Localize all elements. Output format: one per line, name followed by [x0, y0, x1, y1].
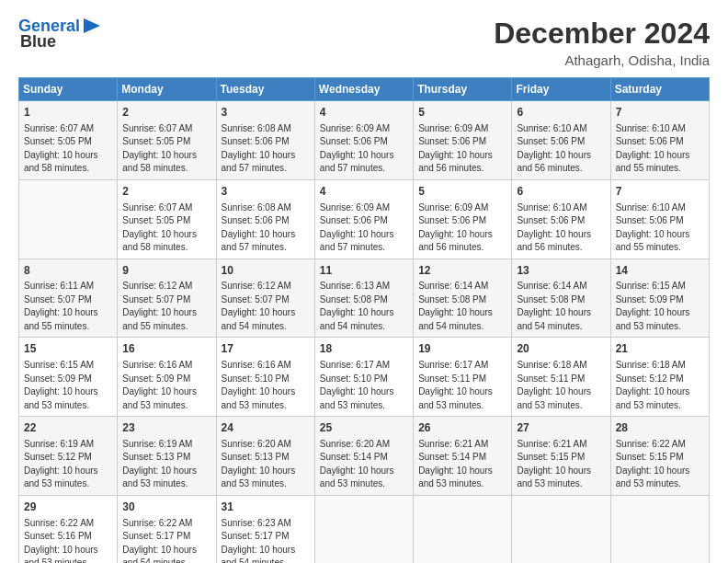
day-info: Sunrise: 6:21 AMSunset: 5:15 PMDaylight:…: [517, 438, 605, 491]
day-number: 17: [222, 341, 310, 357]
calendar-cell: 6Sunrise: 6:10 AMSunset: 5:06 PMDaylight…: [512, 101, 610, 180]
col-monday: Monday: [118, 78, 216, 101]
calendar-cell: 15Sunrise: 6:15 AMSunset: 5:09 PMDayligh…: [19, 338, 118, 417]
calendar-cell: 2Sunrise: 6:07 AMSunset: 5:05 PMDaylight…: [118, 101, 216, 180]
calendar-cell: 6Sunrise: 6:10 AMSunset: 5:06 PMDaylight…: [512, 179, 610, 259]
calendar-cell: 23Sunrise: 6:19 AMSunset: 5:13 PMDayligh…: [118, 417, 216, 496]
calendar-cell: 3Sunrise: 6:08 AMSunset: 5:06 PMDaylight…: [216, 179, 314, 259]
day-number: 9: [122, 263, 210, 279]
day-number: 26: [418, 420, 506, 436]
day-info: Sunrise: 6:15 AMSunset: 5:09 PMDaylight:…: [616, 280, 704, 333]
day-number: 2: [122, 184, 210, 200]
day-info: Sunrise: 6:11 AMSunset: 5:07 PMDaylight:…: [24, 280, 112, 333]
day-info: Sunrise: 6:13 AMSunset: 5:08 PMDaylight:…: [320, 280, 408, 333]
day-info: Sunrise: 6:12 AMSunset: 5:07 PMDaylight:…: [222, 280, 310, 333]
calendar-cell: 28Sunrise: 6:22 AMSunset: 5:15 PMDayligh…: [610, 417, 709, 496]
col-sunday: Sunday: [19, 78, 118, 101]
calendar-cell: 29Sunrise: 6:22 AMSunset: 5:16 PMDayligh…: [19, 495, 118, 563]
calendar-cell: 16Sunrise: 6:16 AMSunset: 5:09 PMDayligh…: [118, 338, 216, 417]
day-number: 18: [320, 341, 408, 357]
calendar-week-3: 8Sunrise: 6:11 AMSunset: 5:07 PMDaylight…: [19, 259, 710, 338]
day-number: 1: [24, 105, 112, 121]
day-info: Sunrise: 6:16 AMSunset: 5:10 PMDaylight:…: [222, 359, 310, 412]
calendar-week-2: 2Sunrise: 6:07 AMSunset: 5:05 PMDaylight…: [19, 179, 710, 259]
day-number: 2: [122, 105, 210, 121]
day-info: Sunrise: 6:07 AMSunset: 5:05 PMDaylight:…: [24, 122, 112, 176]
calendar-cell: 8Sunrise: 6:11 AMSunset: 5:07 PMDaylight…: [19, 259, 118, 338]
day-number: 8: [24, 263, 112, 279]
day-info: Sunrise: 6:10 AMSunset: 5:06 PMDaylight:…: [616, 201, 704, 255]
day-info: Sunrise: 6:10 AMSunset: 5:06 PMDaylight:…: [616, 122, 704, 176]
day-info: Sunrise: 6:10 AMSunset: 5:06 PMDaylight:…: [517, 201, 605, 255]
day-number: 30: [122, 500, 210, 515]
calendar-table: Sunday Monday Tuesday Wednesday Thursday…: [18, 77, 710, 563]
day-number: 4: [320, 105, 408, 121]
day-info: Sunrise: 6:20 AMSunset: 5:14 PMDaylight:…: [320, 438, 408, 491]
calendar-cell: 26Sunrise: 6:21 AMSunset: 5:14 PMDayligh…: [414, 417, 512, 496]
calendar-cell: [610, 495, 709, 563]
day-info: Sunrise: 6:20 AMSunset: 5:13 PMDaylight:…: [222, 438, 310, 491]
calendar-cell: 10Sunrise: 6:12 AMSunset: 5:07 PMDayligh…: [216, 259, 314, 338]
calendar-cell: 21Sunrise: 6:18 AMSunset: 5:12 PMDayligh…: [610, 338, 709, 417]
calendar-cell: [512, 495, 610, 563]
day-info: Sunrise: 6:14 AMSunset: 5:08 PMDaylight:…: [517, 280, 605, 333]
day-number: 3: [222, 105, 310, 121]
day-info: Sunrise: 6:07 AMSunset: 5:05 PMDaylight:…: [122, 201, 210, 255]
day-number: 7: [616, 184, 704, 200]
day-info: Sunrise: 6:16 AMSunset: 5:09 PMDaylight:…: [122, 359, 210, 412]
day-info: Sunrise: 6:18 AMSunset: 5:12 PMDaylight:…: [616, 359, 704, 412]
day-number: 11: [320, 263, 408, 279]
day-info: Sunrise: 6:12 AMSunset: 5:07 PMDaylight:…: [122, 280, 210, 333]
calendar-cell: 13Sunrise: 6:14 AMSunset: 5:08 PMDayligh…: [512, 259, 610, 338]
day-number: 13: [517, 263, 605, 279]
day-number: 6: [517, 105, 605, 121]
day-info: Sunrise: 6:17 AMSunset: 5:10 PMDaylight:…: [320, 359, 408, 412]
logo-arrow-icon: [84, 18, 100, 33]
calendar-cell: [314, 495, 413, 563]
day-number: 14: [616, 263, 704, 279]
day-info: Sunrise: 6:22 AMSunset: 5:16 PMDaylight:…: [24, 517, 112, 563]
day-info: Sunrise: 6:19 AMSunset: 5:13 PMDaylight:…: [122, 438, 210, 491]
day-number: 25: [320, 420, 408, 436]
col-thursday: Thursday: [414, 78, 512, 101]
day-number: 7: [616, 105, 704, 121]
calendar-cell: 20Sunrise: 6:18 AMSunset: 5:11 PMDayligh…: [512, 338, 610, 417]
day-number: 12: [418, 263, 506, 279]
day-number: 28: [616, 420, 704, 436]
calendar-week-4: 15Sunrise: 6:15 AMSunset: 5:09 PMDayligh…: [19, 338, 710, 417]
calendar-week-5: 22Sunrise: 6:19 AMSunset: 5:12 PMDayligh…: [19, 417, 710, 496]
day-info: Sunrise: 6:07 AMSunset: 5:05 PMDaylight:…: [122, 122, 210, 176]
day-number: 15: [24, 341, 112, 357]
calendar-cell: 31Sunrise: 6:23 AMSunset: 5:17 PMDayligh…: [216, 495, 314, 563]
col-friday: Friday: [512, 78, 610, 101]
day-number: 3: [222, 184, 310, 200]
day-number: 19: [418, 341, 506, 357]
day-number: 10: [222, 263, 310, 279]
calendar-cell: 14Sunrise: 6:15 AMSunset: 5:09 PMDayligh…: [610, 259, 709, 338]
calendar-cell: 27Sunrise: 6:21 AMSunset: 5:15 PMDayligh…: [512, 417, 610, 496]
day-info: Sunrise: 6:10 AMSunset: 5:06 PMDaylight:…: [517, 122, 605, 176]
page-header: General Blue December 2024 Athagarh, Odi…: [18, 17, 710, 68]
day-info: Sunrise: 6:08 AMSunset: 5:06 PMDaylight:…: [222, 201, 310, 255]
day-number: 5: [418, 184, 506, 200]
calendar-week-1: 1Sunrise: 6:07 AMSunset: 5:05 PMDaylight…: [19, 101, 710, 180]
day-info: Sunrise: 6:09 AMSunset: 5:06 PMDaylight:…: [418, 122, 506, 176]
calendar-cell: 9Sunrise: 6:12 AMSunset: 5:07 PMDaylight…: [118, 259, 216, 338]
calendar-cell: 1Sunrise: 6:07 AMSunset: 5:05 PMDaylight…: [19, 101, 118, 180]
calendar-cell: 3Sunrise: 6:08 AMSunset: 5:06 PMDaylight…: [216, 101, 314, 180]
day-number: 6: [517, 184, 605, 200]
calendar-cell: 17Sunrise: 6:16 AMSunset: 5:10 PMDayligh…: [216, 338, 314, 417]
calendar-cell: 2Sunrise: 6:07 AMSunset: 5:05 PMDaylight…: [118, 179, 216, 259]
day-info: Sunrise: 6:17 AMSunset: 5:11 PMDaylight:…: [418, 359, 506, 412]
calendar-cell: 5Sunrise: 6:09 AMSunset: 5:06 PMDaylight…: [414, 179, 512, 259]
calendar-cell: 18Sunrise: 6:17 AMSunset: 5:10 PMDayligh…: [314, 338, 413, 417]
day-info: Sunrise: 6:09 AMSunset: 5:06 PMDaylight:…: [320, 122, 408, 176]
calendar-cell: 11Sunrise: 6:13 AMSunset: 5:08 PMDayligh…: [314, 259, 413, 338]
calendar-cell: 25Sunrise: 6:20 AMSunset: 5:14 PMDayligh…: [314, 417, 413, 496]
calendar-cell: 24Sunrise: 6:20 AMSunset: 5:13 PMDayligh…: [216, 417, 314, 496]
calendar-cell: 7Sunrise: 6:10 AMSunset: 5:06 PMDaylight…: [610, 179, 709, 259]
day-info: Sunrise: 6:19 AMSunset: 5:12 PMDaylight:…: [24, 438, 112, 491]
day-info: Sunrise: 6:09 AMSunset: 5:06 PMDaylight:…: [320, 201, 408, 255]
month-title: December 2024: [494, 17, 710, 51]
location-text: Athagarh, Odisha, India: [494, 52, 710, 68]
